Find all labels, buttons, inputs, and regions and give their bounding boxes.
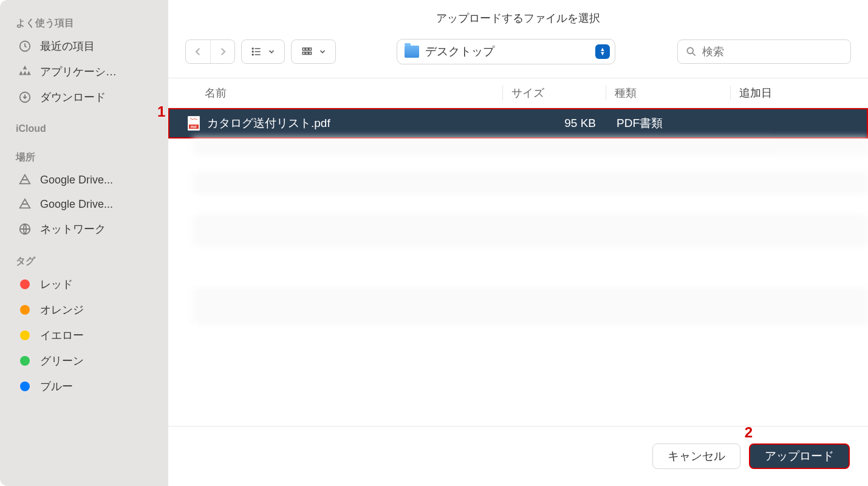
toolbar: デスクトップ ▲▼ <box>168 33 868 78</box>
search-input[interactable] <box>702 46 843 58</box>
sidebar-item-label: アプリケーシ… <box>40 64 117 79</box>
tag-dot-icon <box>20 305 30 315</box>
sidebar-item-recent[interactable]: 最近の項目 <box>0 33 168 59</box>
list-icon <box>250 46 262 58</box>
sidebar-item-label: ダウンロード <box>40 90 106 104</box>
sidebar-item-label: レッド <box>40 277 73 292</box>
blurred-content <box>193 136 868 426</box>
updown-icon: ▲▼ <box>595 44 610 59</box>
column-name[interactable]: 名前 <box>205 86 502 100</box>
clock-icon <box>18 39 32 53</box>
sidebar-tag-red[interactable]: レッド <box>0 272 168 297</box>
tag-dot-icon <box>20 356 30 366</box>
gdrive-icon <box>18 173 32 187</box>
column-kind[interactable]: 種類 <box>606 86 730 100</box>
locations-header: 場所 <box>0 146 168 168</box>
sidebar-tag-yellow[interactable]: イエロー <box>0 323 168 348</box>
network-icon <box>18 222 32 236</box>
apps-icon <box>18 65 32 78</box>
forward-button[interactable] <box>210 40 234 63</box>
search-icon <box>685 46 697 58</box>
svg-point-5 <box>252 54 253 55</box>
chevron-down-icon <box>267 47 276 56</box>
folder-selector[interactable]: デスクトップ ▲▼ <box>397 39 615 64</box>
favorites-header: よく使う項目 <box>0 12 168 33</box>
chevron-down-icon <box>318 47 327 56</box>
sidebar-item-label: グリーン <box>40 354 84 368</box>
file-row[interactable]: PDF カタログ送付リスト.pdf 95 KB PDF書類 <box>168 108 868 139</box>
svg-point-12 <box>687 47 693 53</box>
column-size[interactable]: サイズ <box>502 86 606 100</box>
view-list-group <box>241 39 285 64</box>
svg-point-3 <box>252 48 253 49</box>
svg-rect-6 <box>302 48 305 50</box>
sidebar: よく使う項目 最近の項目 アプリケーシ… ダウンロード iCloud 場所 Go… <box>0 0 168 486</box>
tag-dot-icon <box>20 279 30 289</box>
file-list: 1 PDF カタログ送付リスト.pdf 95 KB PDF書類 <box>168 108 868 426</box>
grid-view-button[interactable] <box>292 40 335 63</box>
icloud-header: iCloud <box>0 118 168 138</box>
annotation-1: 1 <box>157 103 165 120</box>
svg-rect-9 <box>302 52 305 55</box>
sidebar-item-applications[interactable]: アプリケーシ… <box>0 59 168 84</box>
sidebar-item-gdrive-1[interactable]: Google Drive... <box>0 168 168 192</box>
upload-button[interactable]: アップロード <box>749 443 850 469</box>
sidebar-item-label: イエロー <box>40 328 84 343</box>
annotation-2: 2 <box>745 424 753 441</box>
footer: 2 キャンセル アップロード <box>168 426 868 486</box>
tag-dot-icon <box>20 330 30 340</box>
sidebar-item-label: Google Drive... <box>40 174 113 187</box>
sidebar-item-downloads[interactable]: ダウンロード <box>0 84 168 110</box>
folder-name: デスクトップ <box>425 44 589 60</box>
pdf-icon: PDF <box>188 116 200 131</box>
sidebar-tag-blue[interactable]: ブルー <box>0 374 168 399</box>
sidebar-item-label: ブルー <box>40 379 73 394</box>
file-name: カタログ送付リスト.pdf <box>207 115 505 131</box>
columns-header: 名前 サイズ 種類 追加日 <box>168 78 868 108</box>
sidebar-item-label: Google Drive... <box>40 198 113 211</box>
tags-header: タグ <box>0 250 168 272</box>
grid-icon <box>300 46 313 57</box>
sidebar-item-label: オレンジ <box>40 303 84 317</box>
download-icon <box>18 91 32 104</box>
gdrive-icon <box>18 197 32 211</box>
svg-rect-8 <box>309 48 312 50</box>
search-box[interactable] <box>677 39 851 64</box>
window-title: アップロードするファイルを選択 <box>168 0 868 33</box>
file-size: 95 KB <box>505 117 608 130</box>
sidebar-item-label: ネットワーク <box>40 222 106 236</box>
sidebar-item-gdrive-2[interactable]: Google Drive... <box>0 192 168 216</box>
sidebar-item-label: 最近の項目 <box>40 39 95 53</box>
sidebar-tag-green[interactable]: グリーン <box>0 348 168 374</box>
back-button[interactable] <box>186 40 210 63</box>
file-kind: PDF書類 <box>608 115 733 131</box>
sidebar-item-network[interactable]: ネットワーク <box>0 216 168 242</box>
svg-text:PDF: PDF <box>191 125 197 129</box>
nav-group <box>185 39 235 64</box>
svg-point-4 <box>252 51 253 52</box>
cancel-button[interactable]: キャンセル <box>652 443 740 469</box>
tag-dot-icon <box>20 382 30 391</box>
folder-icon <box>405 46 419 58</box>
list-view-button[interactable] <box>242 40 284 63</box>
view-grid-group <box>291 39 336 64</box>
svg-rect-10 <box>306 52 309 55</box>
main-panel: アップロードするファイルを選択 <box>168 0 868 486</box>
svg-rect-7 <box>306 48 309 50</box>
svg-rect-11 <box>309 52 312 55</box>
sidebar-tag-orange[interactable]: オレンジ <box>0 297 168 323</box>
column-date-added[interactable]: 追加日 <box>730 86 868 100</box>
